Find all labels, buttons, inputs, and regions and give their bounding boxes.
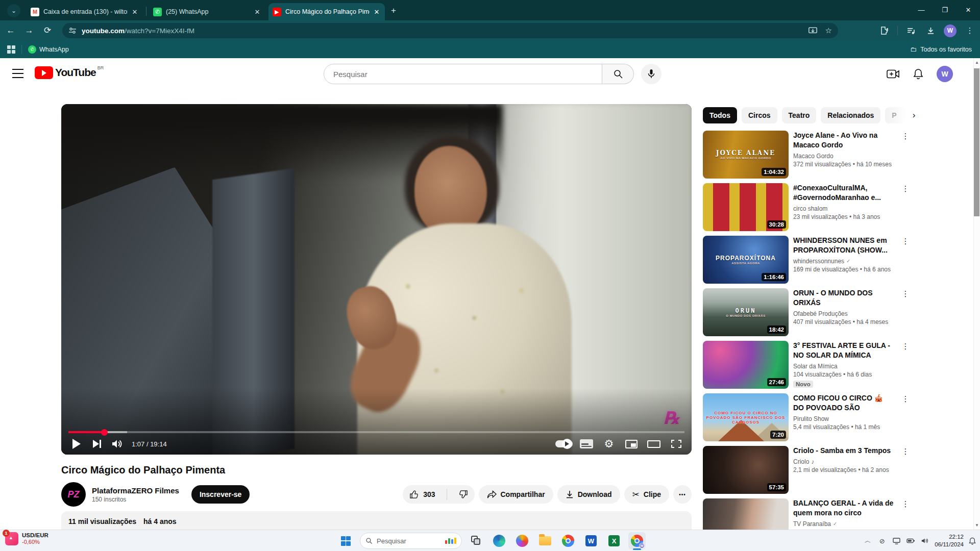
video-title[interactable]: ORUN - O MUNDO DOS ORIXÁS xyxy=(793,288,895,308)
video-thumbnail[interactable] xyxy=(703,498,789,530)
search-box[interactable] xyxy=(324,64,602,84)
video-title[interactable]: #ConexaoCulturalMA, #GovernodoMaranhao e… xyxy=(793,183,895,203)
video-title[interactable]: WHINDERSSON NUNES em PROPAROXÍTONA (SHOW… xyxy=(793,236,895,255)
sidebar-video[interactable]: JOYCE ALANE AO VIVO NA MACACO GORDO 1:04… xyxy=(703,131,910,179)
chip-relacionados[interactable]: Relacionados xyxy=(821,107,880,123)
next-button[interactable] xyxy=(87,434,107,454)
taskbar-search[interactable]: Pesquisar xyxy=(360,533,462,549)
video-title[interactable]: Criolo - Samba em 3 Tempos xyxy=(793,446,895,456)
video-thumbnail[interactable]: 27:46 xyxy=(703,341,789,389)
task-view-icon[interactable] xyxy=(468,532,485,549)
taskbar-clock[interactable]: 22:12 06/11/2024 xyxy=(935,533,964,548)
video-channel[interactable]: TV Paranaíba✓ xyxy=(793,520,895,528)
do-not-disturb-icon[interactable]: ⊘ xyxy=(877,537,887,545)
video-thumbnail[interactable]: ORUN O MUNDO DOS ORIXÁS 18:42 xyxy=(703,288,789,336)
video-title[interactable]: BALANÇO GERAL - A vida de quem mora no c… xyxy=(793,498,895,518)
video-channel[interactable]: circo shalom xyxy=(793,205,895,212)
kebab-menu-icon[interactable]: ⋮ xyxy=(901,132,910,141)
clip-button[interactable]: ✂ Clipe xyxy=(624,485,669,504)
downloads-icon[interactable] xyxy=(924,24,937,37)
video-thumbnail[interactable]: COMO FICOU O CIRCO NO POVOADO SÃO FRANCI… xyxy=(703,393,789,441)
tab-gmail[interactable]: M Caixa de entrada (130) - wiltons ✕ xyxy=(27,3,143,20)
video-thumbnail[interactable]: PROPAROXÍTONA ASSISTA AGORA 1:16:46 xyxy=(703,236,789,284)
kebab-menu-icon[interactable]: ⋮ xyxy=(901,499,910,509)
search-button[interactable] xyxy=(602,64,634,84)
tab-close-icon[interactable]: ✕ xyxy=(373,8,381,16)
dislike-button[interactable] xyxy=(451,485,475,504)
page-scrollbar[interactable]: ▲ ▼ xyxy=(973,58,980,530)
sidebar-video[interactable]: BALANÇO GERAL - A vida de quem mora no c… xyxy=(703,498,910,530)
share-button[interactable]: Compartilhar xyxy=(479,485,553,504)
kebab-menu-icon[interactable]: ⋮ xyxy=(901,237,910,246)
back-button[interactable]: ← xyxy=(3,23,18,38)
youtube-logo[interactable]: YouTube BR xyxy=(35,66,104,79)
video-channel[interactable]: whinderssonnunes✓ xyxy=(793,258,895,265)
new-tab-button[interactable]: + xyxy=(388,5,399,16)
youtube-profile-avatar[interactable]: W xyxy=(937,66,953,82)
media-controls-icon[interactable] xyxy=(905,24,917,37)
window-minimize-button[interactable]: — xyxy=(910,0,933,19)
chrome-icon[interactable] xyxy=(559,532,577,549)
extensions-icon[interactable] xyxy=(878,24,890,37)
kebab-menu-icon[interactable]: ⋮ xyxy=(901,447,910,456)
excel-icon[interactable]: X xyxy=(605,532,623,549)
copilot-icon[interactable] xyxy=(513,532,531,549)
tray-chevron-up-icon[interactable]: ︿ xyxy=(863,536,872,545)
scroll-up-arrow-icon[interactable]: ▲ xyxy=(975,60,979,65)
reload-button[interactable]: ⟳ xyxy=(40,23,55,38)
like-button[interactable]: 303 xyxy=(403,485,442,504)
scrollbar-thumb[interactable] xyxy=(974,68,979,216)
download-button[interactable]: Download xyxy=(557,485,620,504)
bookmark-star-icon[interactable]: ☆ xyxy=(825,26,832,35)
video-channel[interactable]: Ofabebé Produções xyxy=(793,310,895,317)
site-settings-icon[interactable] xyxy=(68,27,77,35)
start-button[interactable] xyxy=(337,532,354,549)
video-thumbnail[interactable]: 57:35 xyxy=(703,446,789,494)
sidebar-video[interactable]: COMO FICOU O CIRCO NO POVOADO SÃO FRANCI… xyxy=(703,393,910,441)
widgets-button[interactable]: 1 USD/EUR -0,60% xyxy=(5,532,48,545)
window-close-button[interactable]: ✕ xyxy=(957,0,980,19)
miniplayer-icon[interactable] xyxy=(621,434,642,454)
battery-icon[interactable] xyxy=(906,538,915,543)
chip-todos[interactable]: Todos xyxy=(703,107,737,123)
description-box[interactable]: 11 mil visualizações há 4 anos xyxy=(61,511,692,530)
notifications-bell-icon[interactable] xyxy=(913,68,923,80)
autoplay-toggle[interactable] xyxy=(554,434,574,454)
fullscreen-icon[interactable] xyxy=(666,434,687,454)
sidebar-video[interactable]: ORUN O MUNDO DOS ORIXÁS 18:42 ORUN - O M… xyxy=(703,288,910,336)
tab-search-icon[interactable]: ⌄ xyxy=(7,4,20,17)
subscribe-button[interactable]: Inscrever-se xyxy=(191,485,250,504)
channel-name[interactable]: PlataformaZERO Filmes xyxy=(92,486,179,495)
sidebar-video[interactable]: PROPAROXÍTONA ASSISTA AGORA 1:16:46 WHIN… xyxy=(703,236,910,284)
video-channel[interactable]: Solar da Mímica xyxy=(793,363,895,370)
scroll-down-arrow-icon[interactable]: ▼ xyxy=(975,523,979,528)
tab-youtube-active[interactable]: ▶ Circo Mágico do Palhaço Pimen ✕ xyxy=(268,3,385,20)
subtitles-icon[interactable] xyxy=(576,434,597,454)
more-actions-button[interactable]: ••• xyxy=(673,485,692,504)
video-title[interactable]: 3° FESTIVAL ARTE E GULA - NO SOLAR DA MÍ… xyxy=(793,341,895,360)
install-app-icon[interactable] xyxy=(808,27,817,35)
word-icon[interactable]: W xyxy=(582,532,600,549)
video-title[interactable]: Joyce Alane - Ao Vivo na Macaco Gordo xyxy=(793,131,895,150)
video-thumbnail[interactable]: 30:28 xyxy=(703,183,789,231)
video-channel[interactable]: Pirulito Show xyxy=(793,415,895,422)
chip-teatro[interactable]: Teatro xyxy=(782,107,817,123)
search-input[interactable] xyxy=(333,70,578,79)
tab-whatsapp[interactable]: ✆ (25) WhatsApp ✕ xyxy=(149,3,265,20)
tab-close-icon[interactable]: ✕ xyxy=(131,8,139,16)
play-button[interactable] xyxy=(66,434,87,454)
video-player[interactable]: ℞ 1:07 / 19:14 ⚙ xyxy=(61,104,692,455)
display-icon[interactable] xyxy=(892,538,901,544)
tab-close-icon[interactable]: ✕ xyxy=(253,8,261,16)
notification-bell-icon[interactable] xyxy=(969,537,976,545)
video-channel[interactable]: Macaco Gordo xyxy=(793,153,895,160)
volume-icon[interactable] xyxy=(107,434,128,454)
forward-button[interactable]: → xyxy=(21,23,37,38)
kebab-menu-icon[interactable]: ⋮ xyxy=(901,184,910,193)
bookmark-whatsapp[interactable]: ✆ WhatsApp xyxy=(28,45,69,54)
video-title[interactable]: COMO FICOU O CIRCO 🎪 DO POVOADO SÃO FRAN… xyxy=(793,393,895,413)
sidebar-video[interactable]: 57:35 Criolo - Samba em 3 Tempos Criolo♪… xyxy=(703,446,910,494)
video-channel[interactable]: Criolo♪ xyxy=(793,458,895,465)
sidebar-video[interactable]: 27:46 3° FESTIVAL ARTE E GULA - NO SOLAR… xyxy=(703,341,910,389)
apps-grid-icon[interactable] xyxy=(7,45,15,54)
